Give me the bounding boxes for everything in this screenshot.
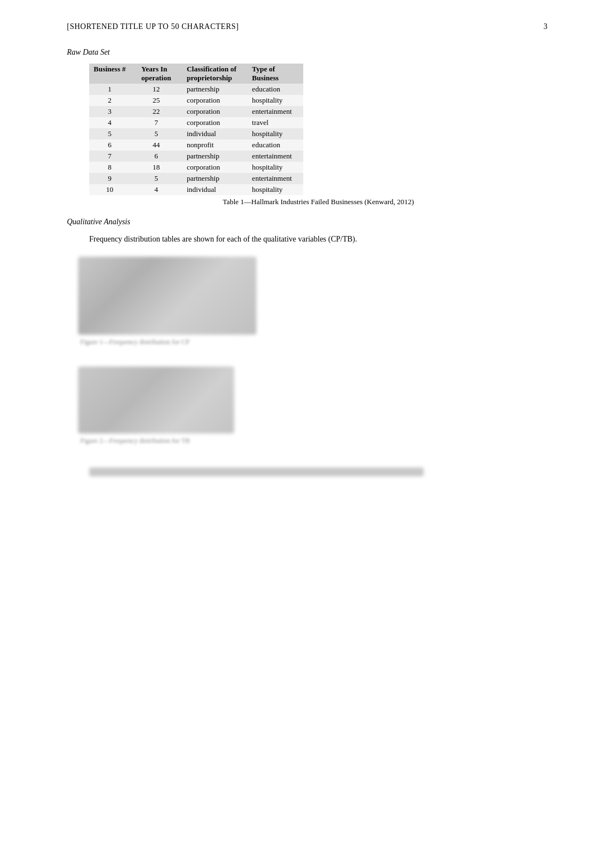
table-cell: corporation	[182, 117, 248, 128]
table-cell: 5	[137, 128, 182, 139]
table-cell: 7	[89, 151, 137, 162]
table-cell: 5	[89, 128, 137, 139]
table-cell: 10	[89, 184, 137, 195]
figure-2-caption: Figure 2—Frequency distribution for TB	[80, 437, 547, 445]
col-header-business: Business #	[89, 64, 137, 84]
table-cell: 4	[137, 184, 182, 195]
table-row: 818corporationhospitality	[89, 162, 303, 173]
table-cell: entertainment	[248, 173, 303, 184]
raw-data-table-wrapper: Business # Years Inoperation Classificat…	[89, 64, 547, 206]
table-cell: 7	[137, 117, 182, 128]
col-header-classification: Classification ofproprietorship	[182, 64, 248, 84]
page-number: 3	[544, 22, 547, 31]
table-row: 55individualhospitality	[89, 128, 303, 139]
qualitative-body-text: Frequency distribution tables are shown …	[89, 233, 547, 245]
table-cell: education	[248, 84, 303, 95]
raw-data-label: Raw Data Set	[67, 48, 547, 57]
table-cell: partnership	[182, 173, 248, 184]
table-cell: entertainment	[248, 151, 303, 162]
col-header-years: Years Inoperation	[137, 64, 182, 84]
table-cell: hospitality	[248, 128, 303, 139]
table-cell: partnership	[182, 84, 248, 95]
table-cell: corporation	[182, 162, 248, 173]
figure-1-caption: Figure 1—Frequency distribution for CP	[80, 338, 547, 346]
table-row: 225corporationhospitality	[89, 95, 303, 106]
table-cell: 2	[89, 95, 137, 106]
raw-data-section: Raw Data Set Business # Years Inoperatio…	[67, 48, 547, 206]
table-row: 47corporationtravel	[89, 117, 303, 128]
table-row: 76partnershipentertainment	[89, 151, 303, 162]
col-header-type: Type ofBusiness	[248, 64, 303, 84]
table-cell: 5	[137, 173, 182, 184]
qualitative-section: Qualitative Analysis Frequency distribut…	[67, 218, 547, 476]
table-row: 104individualhospitality	[89, 184, 303, 195]
table-cell: 25	[137, 95, 182, 106]
table-body: 112partnershipeducation225corporationhos…	[89, 84, 303, 195]
table-row: 95partnershipentertainment	[89, 173, 303, 184]
table-cell: 6	[89, 139, 137, 151]
table-cell: individual	[182, 184, 248, 195]
figure-1-chart	[78, 257, 256, 335]
table-row: 644nonprofiteducation	[89, 139, 303, 151]
bottom-blurred-text	[89, 467, 424, 476]
table-cell: travel	[248, 117, 303, 128]
table-cell: entertainment	[248, 106, 303, 117]
page-header: [SHORTENED TITLE UP TO 50 CHARACTERS] 3	[67, 22, 547, 31]
table-cell: corporation	[182, 95, 248, 106]
table-cell: 8	[89, 162, 137, 173]
table-cell: 4	[89, 117, 137, 128]
table-cell: 3	[89, 106, 137, 117]
table-cell: 6	[137, 151, 182, 162]
table-cell: individual	[182, 128, 248, 139]
table-header-row: Business # Years Inoperation Classificat…	[89, 64, 303, 84]
figure-2-chart	[78, 367, 234, 433]
table-cell: hospitality	[248, 184, 303, 195]
table-row: 322corporationentertainment	[89, 106, 303, 117]
table-cell: 12	[137, 84, 182, 95]
table-row: 112partnershipeducation	[89, 84, 303, 95]
table-cell: hospitality	[248, 162, 303, 173]
table-cell: 9	[89, 173, 137, 184]
figure-1-container: Figure 1—Frequency distribution for CP	[78, 257, 547, 358]
figure-2-container: Figure 2—Frequency distribution for TB	[78, 367, 547, 456]
table-cell: education	[248, 139, 303, 151]
table-caption: Table 1—Hallmark Industries Failed Busin…	[89, 197, 547, 206]
table-cell: hospitality	[248, 95, 303, 106]
table-cell: corporation	[182, 106, 248, 117]
raw-data-table: Business # Years Inoperation Classificat…	[89, 64, 303, 195]
table-cell: 44	[137, 139, 182, 151]
table-cell: 22	[137, 106, 182, 117]
page-title: [SHORTENED TITLE UP TO 50 CHARACTERS]	[67, 22, 239, 31]
table-cell: partnership	[182, 151, 248, 162]
table-cell: 18	[137, 162, 182, 173]
table-cell: 1	[89, 84, 137, 95]
table-cell: nonprofit	[182, 139, 248, 151]
qualitative-label: Qualitative Analysis	[67, 218, 547, 226]
